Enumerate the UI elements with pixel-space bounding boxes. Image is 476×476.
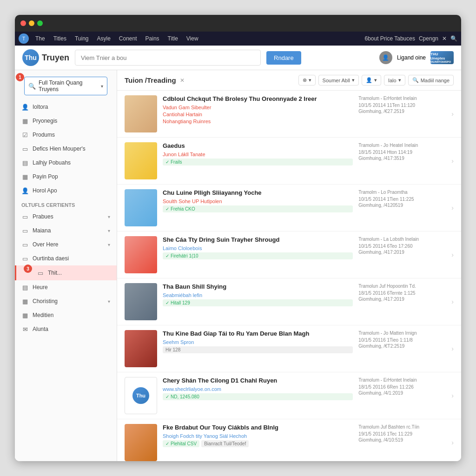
folder5-icon: ▭ bbox=[37, 269, 44, 277]
list-meta-2: Tramolum - Jo Heatel Inelain 18/1/5 2011… bbox=[358, 142, 442, 179]
sidebar-item-pryonegis[interactable]: ▦ Pryonegis bbox=[15, 114, 117, 128]
menubar-search-icon[interactable]: 🔍 bbox=[450, 35, 457, 42]
grid4-icon: ▦ bbox=[21, 311, 29, 319]
list-chevron-6: › bbox=[448, 330, 454, 367]
header-avatar[interactable]: 👤 bbox=[379, 51, 392, 64]
menubar-item-the[interactable]: The bbox=[32, 33, 49, 44]
list-thumb-6 bbox=[125, 330, 157, 367]
chevron-down-icon: ▾ bbox=[108, 214, 110, 219]
sidebar-item-alunta[interactable]: ✉ Alunta bbox=[15, 322, 117, 336]
list-thumb-2 bbox=[125, 142, 157, 179]
sidebar-item-ourtinba[interactable]: ▭ Ourtinba daesi bbox=[15, 251, 117, 265]
filter-info-button[interactable]: Ialo ▾ bbox=[384, 75, 405, 86]
sidebar-search-icon: 🔍 bbox=[28, 83, 36, 90]
menubar-item-conent[interactable]: Conent bbox=[115, 33, 141, 44]
sidebar-item-heure[interactable]: ▤ Heure bbox=[15, 280, 117, 294]
minimize-dot[interactable] bbox=[29, 20, 34, 26]
list-title-7: Chery Shán The Cilong D1 Chahl Ruyen bbox=[163, 377, 353, 385]
list-meta-6: Tramolum - Jo Matten Irnign 10/1/5 20116… bbox=[358, 330, 442, 367]
sidebar-dropdown-icon: ▾ bbox=[101, 84, 103, 89]
list-item[interactable]: She Cáa Tty Dring Suin Trayher Shrougd L… bbox=[117, 231, 461, 278]
list-thumb-1 bbox=[125, 95, 157, 132]
list-item[interactable]: Tha Baun Shill Shying Seabmiébah lefin ✓… bbox=[117, 278, 461, 325]
list-chevron-7: › bbox=[448, 377, 454, 414]
menubar-item-title[interactable]: Title bbox=[164, 33, 182, 44]
header-search-input[interactable] bbox=[75, 50, 261, 66]
list-sub1-2[interactable]: Junon Lákll Tanate bbox=[163, 152, 353, 157]
list-sub1-8[interactable]: Shoigh Fodch tity Yanog Siál Hechoh bbox=[163, 433, 353, 439]
maximize-dot[interactable] bbox=[37, 20, 43, 26]
sidebar-item-payin[interactable]: ▦ Payin Pop bbox=[15, 170, 117, 184]
sidebar-item-thit[interactable]: 3 ▭ Thit... bbox=[15, 265, 117, 280]
sidebar-item-prabues[interactable]: ▭ Prabues ▾ bbox=[15, 210, 117, 224]
sidebar-item-horol[interactable]: 👤 Horol Apo bbox=[15, 184, 117, 198]
grid-icon: ▦ bbox=[21, 117, 29, 125]
menubar-close-icon[interactable]: ✕ bbox=[442, 35, 447, 42]
sidebar-item-meditien[interactable]: ▦ Meditien bbox=[15, 308, 117, 322]
list-chevron-2: › bbox=[448, 142, 454, 179]
content-search-box[interactable]: 🔍 Madiil nange bbox=[408, 75, 454, 86]
list-info-8: Fke Brdabut Our Touy Ciákbls and BInlg S… bbox=[163, 424, 353, 461]
list-title-8: Fke Brdabut Our Touy Ciákbls and BInlg bbox=[163, 424, 353, 432]
grid3-icon: ▦ bbox=[21, 298, 29, 305]
menubar-about[interactable]: 6bout Price Tabuces bbox=[364, 35, 415, 42]
menubar-item-view[interactable]: View bbox=[183, 33, 202, 44]
header-login-label[interactable]: Ligand oine bbox=[397, 54, 426, 61]
menubar-item-titles[interactable]: Titles bbox=[50, 33, 70, 44]
grid2-icon: ▦ bbox=[21, 173, 29, 180]
list-chevron-5: › bbox=[448, 283, 454, 320]
menubar-item-asyle[interactable]: Asyle bbox=[93, 33, 114, 44]
list-tag-7: ✓ ND, 1245.080 bbox=[163, 393, 353, 400]
filter-clear-button[interactable]: ⊗ ▾ bbox=[298, 75, 316, 86]
list-meta-4: Tramolum - La Lobsth Inelain 10/1/5 2011… bbox=[358, 236, 442, 273]
menubar-item-tuing[interactable]: Tuing bbox=[71, 33, 93, 44]
avatar-arrow-icon: ▾ bbox=[374, 77, 377, 83]
menubar-cpengn[interactable]: Cpengn bbox=[419, 35, 438, 42]
content-title: Tuion /Treading bbox=[125, 76, 176, 84]
list-item[interactable]: Fke Brdabut Our Touy Ciákbls and BInlg S… bbox=[117, 419, 461, 461]
list-title-4: She Cáa Tty Dring Suin Trayher Shrougd bbox=[163, 236, 353, 244]
list-sub1-7[interactable]: www.sheclrlialyoe.on.com bbox=[163, 386, 353, 392]
header-search-button[interactable]: Rndare bbox=[266, 51, 301, 65]
menubar-item-pains[interactable]: Pains bbox=[142, 33, 163, 44]
list-tag-2: ✓ Frails bbox=[163, 159, 353, 165]
sidebar-search-box[interactable]: 🔍 Full Torain Quang Truyens ▾ bbox=[24, 77, 107, 95]
list-item[interactable]: Thu Kine Bad Giap Tái to Ru Yam Derue Bl… bbox=[117, 325, 461, 372]
list-title-6: Thu Kine Bad Giap Tái to Ru Yam Derue Bl… bbox=[163, 330, 353, 338]
list-sub1-1[interactable]: Vadun Gam Sibeulter bbox=[163, 105, 353, 110]
sidebar-item-produms[interactable]: ☑ Produms bbox=[15, 128, 117, 142]
list-item[interactable]: Chu Luine Plligh Sliiayanng Yoche Soulth… bbox=[117, 185, 461, 231]
list-info-3: Chu Luine Plligh Sliiayanng Yoche Soulth… bbox=[163, 189, 353, 226]
sidebar-item-over-here[interactable]: ▭ Over Here ▾ bbox=[15, 238, 117, 251]
list-sub1-5[interactable]: Seabmiébah lefin bbox=[163, 292, 353, 298]
menubar: T The Titles Tuing Asyle Conent Pains Ti… bbox=[15, 32, 461, 46]
list-title-3: Chu Luine Plligh Sliiayanng Yoche bbox=[163, 189, 353, 197]
sidebar-item-ioltora[interactable]: 👤 Ioltora bbox=[15, 100, 117, 114]
sidebar-item-defics[interactable]: ▭ Defics Hien Mouper's bbox=[15, 142, 117, 156]
check-icon: ☑ bbox=[21, 131, 29, 139]
sidebar-item-maiana[interactable]: ▭ Maiana ▾ bbox=[15, 224, 117, 238]
list-sub2-1[interactable]: Cantiohal Hartain bbox=[163, 112, 353, 117]
thumb-logo-circle: Thu bbox=[132, 387, 149, 404]
x-circle-icon: ⊗ bbox=[303, 77, 307, 83]
sidebar-item-lalhjy[interactable]: ▤ Lalhjy Pobuahs bbox=[15, 156, 117, 170]
content-header: Tuion /Treading ✕ ⊗ ▾ Soumer Abll ▾ 👤 bbox=[117, 70, 461, 91]
filter-avatar-icon: 👤 bbox=[366, 77, 372, 83]
list-info-1: Cdbloul Chckqut Thé Brolesy Thu Oreonnya… bbox=[163, 95, 353, 132]
list-item[interactable]: Cdbloul Chckqut Thé Brolesy Thu Oreonnya… bbox=[117, 91, 461, 138]
window-controls bbox=[20, 20, 43, 26]
filter-sort-button[interactable]: Soumer Abll ▾ bbox=[318, 75, 359, 86]
list-sub3-1[interactable]: Nohangtiang Ruinres bbox=[163, 119, 353, 124]
list-item[interactable]: Thu Chery Shán The Cilong D1 Chahl Ruyen… bbox=[117, 372, 461, 419]
sidebar-item-choristing[interactable]: ▦ Choristing ▾ bbox=[15, 294, 117, 308]
app-content: Thu Truyen Rndare 👤 Ligand oine THU Unep… bbox=[15, 46, 461, 461]
list-sub1-6[interactable]: Seehm Spron bbox=[163, 339, 353, 345]
close-dot[interactable] bbox=[20, 20, 26, 26]
content-title-close-icon[interactable]: ✕ bbox=[180, 77, 185, 84]
list-sub1-3[interactable]: Soulth Sohe UP Hutlpolen bbox=[163, 198, 353, 204]
check-tag-icon: ✓ bbox=[165, 159, 169, 165]
filter-avatar-button[interactable]: 👤 ▾ bbox=[362, 75, 381, 86]
list-sub1-4[interactable]: Laimo Cloloebois bbox=[163, 245, 353, 251]
sidebar-badge-1: 1 bbox=[16, 73, 24, 81]
list-item[interactable]: Gaedus Junon Lákll Tanate ✓ Frails Tramo… bbox=[117, 138, 461, 185]
